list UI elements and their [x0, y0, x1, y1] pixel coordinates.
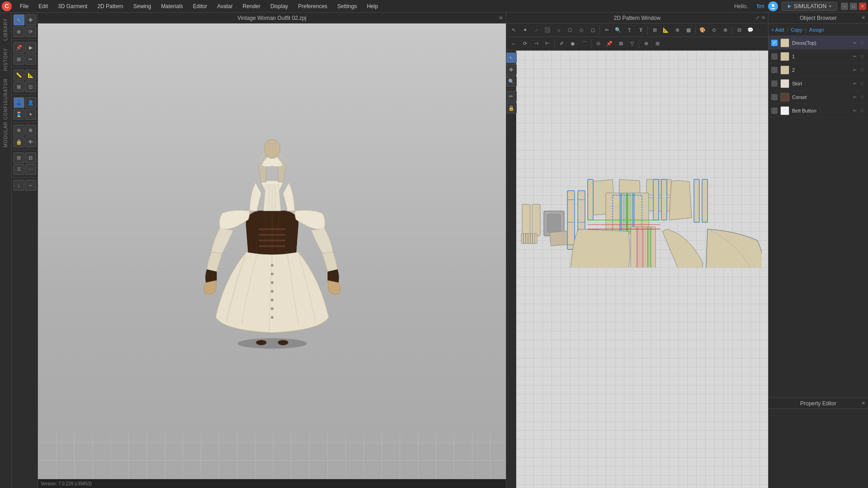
- obj-item-belt-button[interactable]: Belt Button ✏ □: [769, 104, 868, 117]
- obj-edit-0[interactable]: ✏: [852, 40, 858, 46]
- pt-left-lock[interactable]: 🔒: [506, 103, 517, 113]
- obj-hide-3[interactable]: □: [859, 80, 865, 87]
- pt-extra2[interactable]: ⊗: [720, 25, 731, 36]
- library-garment[interactable]: 👗: [14, 97, 24, 108]
- pt-extra1[interactable]: ⊙: [708, 25, 719, 36]
- obj-edit-1[interactable]: ✏: [852, 53, 858, 60]
- pt-table[interactable]: ▦: [683, 25, 694, 36]
- pattern-close-icon[interactable]: ✕: [761, 15, 765, 21]
- modular-btn[interactable]: ⊗: [14, 125, 24, 136]
- pt-point[interactable]: ✦: [519, 25, 530, 36]
- obj-edit-3[interactable]: ✏: [852, 80, 858, 87]
- pt-measure[interactable]: 📐: [660, 25, 671, 36]
- pattern-expand-icon[interactable]: ⤢: [755, 15, 760, 21]
- pt2-pen2[interactable]: ✐: [556, 38, 567, 49]
- pt-rectangle[interactable]: ⬛: [542, 25, 553, 36]
- add-button[interactable]: + Add: [771, 27, 784, 33]
- pt-pen[interactable]: ✏: [601, 25, 612, 36]
- obj-hide-1[interactable]: □: [859, 53, 865, 60]
- window-close[interactable]: ✕: [859, 3, 866, 10]
- cut-tool[interactable]: ✂: [25, 54, 36, 65]
- menu-edit[interactable]: Edit: [34, 2, 52, 10]
- obj-check-2[interactable]: [771, 67, 778, 73]
- pt-grid[interactable]: ⊞: [649, 25, 660, 36]
- obj-hide-2[interactable]: □: [859, 67, 865, 73]
- obj-item-skirt[interactable]: Skirt ✏ □: [769, 77, 868, 90]
- menu-file[interactable]: File: [15, 2, 33, 10]
- obj-hide-5[interactable]: □: [859, 108, 865, 114]
- simulation-button[interactable]: SIMULATION ▼: [782, 2, 837, 11]
- viewport-close[interactable]: ✕: [499, 15, 503, 21]
- pattern-canvas[interactable]: ↖ ✥ 🔍 ✏ 🔒: [506, 51, 768, 488]
- pt2-node[interactable]: ◉: [567, 38, 578, 49]
- obj-edit-2[interactable]: ✏: [852, 67, 858, 73]
- property-editor-close[interactable]: ✕: [861, 400, 865, 406]
- add-btn[interactable]: ⊕: [25, 125, 36, 136]
- menu-materials[interactable]: Materials: [156, 2, 188, 10]
- pt-select[interactable]: ↖: [508, 25, 519, 36]
- library-avatar[interactable]: 👤: [25, 97, 36, 108]
- library-fabric[interactable]: 🧵: [14, 109, 24, 120]
- arrow-move-btn[interactable]: ↔: [25, 180, 36, 191]
- user-avatar[interactable]: [768, 1, 778, 11]
- pt-left-move[interactable]: ✥: [506, 64, 517, 75]
- select-tool[interactable]: ↖: [14, 14, 24, 25]
- menu-3dgarment[interactable]: 3D Garment: [53, 2, 92, 10]
- pt2-mirror[interactable]: ⊣: [531, 38, 542, 49]
- pt2-seam[interactable]: ⊠: [615, 38, 626, 49]
- obj-hide-4[interactable]: □: [859, 94, 865, 100]
- obj-edit-4[interactable]: ✏: [852, 94, 858, 100]
- pt-colorize[interactable]: 🎨: [697, 25, 708, 36]
- measure-tool[interactable]: 📏: [14, 70, 24, 80]
- transform-tool[interactable]: ✥: [25, 14, 36, 25]
- menu-2dpattern[interactable]: 2D Pattern: [93, 2, 127, 10]
- pattern-title-icons[interactable]: ⤢ ✕: [755, 15, 765, 21]
- tape-tool[interactable]: 📐: [25, 70, 36, 80]
- menu-display[interactable]: Display: [266, 2, 292, 10]
- fold-tool[interactable]: ⊞: [14, 54, 24, 65]
- menu-render[interactable]: Render: [238, 2, 265, 10]
- pt2-rotate[interactable]: ⟳: [519, 38, 530, 49]
- menu-avatar[interactable]: Avatar: [212, 2, 237, 10]
- pt-sym[interactable]: ⊕: [672, 25, 683, 36]
- obj-check-1[interactable]: [771, 53, 778, 60]
- pin-tool[interactable]: 📌: [14, 42, 24, 53]
- obj-item-dress-top[interactable]: ✓ Dress(Top) ✏ □: [769, 36, 868, 50]
- move-tool[interactable]: ⊕: [14, 26, 24, 37]
- pt2-flip[interactable]: ⊢: [542, 38, 553, 49]
- pt-left-pen[interactable]: ✏: [506, 91, 517, 102]
- menu-editor[interactable]: Editor: [189, 2, 212, 10]
- obj-check-3[interactable]: [771, 80, 778, 87]
- menu-preferences[interactable]: Preferences: [293, 2, 332, 10]
- obj-check-5[interactable]: [771, 108, 778, 114]
- pt-comment[interactable]: 💬: [745, 25, 756, 36]
- obj-edit-5[interactable]: ✏: [852, 108, 858, 114]
- pt-polygon[interactable]: ⬡: [565, 25, 576, 36]
- pt2-extra4[interactable]: ⊞: [652, 38, 663, 49]
- object-browser-close[interactable]: ✕: [861, 15, 865, 21]
- menu-settings[interactable]: Settings: [333, 2, 361, 10]
- weld-tool[interactable]: ⊠: [14, 81, 24, 92]
- assign-button[interactable]: Assign: [809, 27, 824, 33]
- obj-hide-0[interactable]: □: [859, 40, 865, 46]
- viewport-canvas[interactable]: [38, 23, 506, 479]
- stitch-tool[interactable]: ⊡: [25, 81, 36, 92]
- window-maximize[interactable]: □: [850, 3, 857, 10]
- obj-check-4[interactable]: [771, 94, 778, 100]
- window-minimize[interactable]: −: [841, 3, 848, 10]
- pt2-extra3[interactable]: ⊕: [641, 38, 651, 49]
- pt2-stitch[interactable]: ⊙: [593, 38, 604, 49]
- pt2-pin[interactable]: 📌: [604, 38, 615, 49]
- library-trim[interactable]: ✦: [25, 109, 36, 120]
- pt-left-select[interactable]: ↖: [506, 52, 517, 63]
- menu-sewing[interactable]: Sewing: [129, 2, 156, 10]
- pt2-move[interactable]: ↔: [508, 38, 519, 49]
- extra-btn[interactable]: ⋯: [25, 164, 36, 175]
- obj-item-corset[interactable]: Corset ✏ □: [769, 90, 868, 104]
- scatter-btn[interactable]: ⠿: [14, 164, 24, 175]
- obj-item-2[interactable]: 2 ✏ □: [769, 63, 868, 77]
- pt-internal[interactable]: ◻: [587, 25, 598, 36]
- pt-dart[interactable]: ◇: [576, 25, 587, 36]
- pt-trace[interactable]: 🔍: [613, 25, 623, 36]
- pt2-notch[interactable]: ▽: [627, 38, 637, 49]
